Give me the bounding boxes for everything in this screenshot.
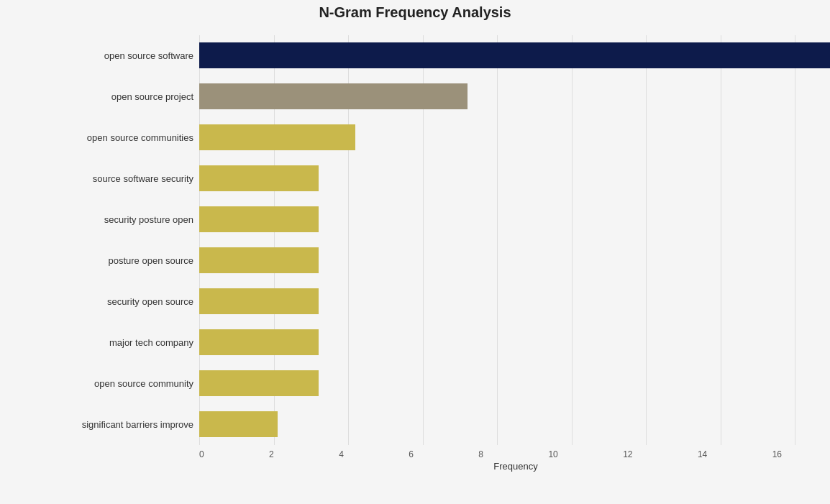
bar-label: significant barriers improve [52, 419, 199, 430]
bar [199, 288, 319, 314]
x-axis-label: Frequency [199, 461, 830, 472]
x-tick-label: 8 [478, 449, 483, 459]
bar [199, 83, 468, 109]
chart-area: open source softwareopen source projecto… [48, 35, 782, 472]
chart-title: N-Gram Frequency Analysis [48, 4, 782, 21]
bar [199, 411, 278, 437]
bar-row: open source community [199, 363, 830, 404]
bar-label: security open source [52, 296, 199, 307]
bar [199, 124, 355, 150]
bar-row: significant barriers improve [199, 404, 830, 445]
x-ticks: 0246810121416 [199, 449, 782, 459]
bar-label: major tech company [52, 337, 199, 348]
bar [199, 370, 319, 396]
bar-row: security open source [199, 281, 830, 322]
bars-column: open source softwareopen source projecto… [199, 35, 830, 445]
bar [199, 329, 319, 355]
x-tick-label: 2 [269, 449, 274, 459]
bar-row: open source software [199, 35, 830, 76]
bar-label: security posture open [52, 214, 199, 225]
bar-label: open source community [52, 378, 199, 389]
bar-row: source software security [199, 158, 830, 199]
bar-label: posture open source [52, 255, 199, 266]
x-tick-label: 16 [772, 449, 782, 459]
bar-row: open source communities [199, 117, 830, 158]
bar-row: major tech company [199, 322, 830, 363]
bar-label: open source software [52, 50, 199, 61]
x-tick-label: 12 [623, 449, 632, 459]
rows-wrapper: open source softwareopen source projecto… [199, 35, 830, 445]
bar-row: posture open source [199, 240, 830, 281]
x-tick-label: 4 [339, 449, 344, 459]
chart-container: N-Gram Frequency Analysis open source so… [19, 0, 811, 504]
x-tick-label: 14 [698, 449, 707, 459]
x-tick-label: 6 [409, 449, 414, 459]
bar-row: open source project [199, 76, 830, 117]
x-axis: 0246810121416 [199, 445, 782, 459]
bar-label: source software security [52, 173, 199, 184]
bar [199, 206, 319, 232]
bar-row: security posture open [199, 199, 830, 240]
bar [199, 247, 319, 273]
x-tick-label: 10 [548, 449, 557, 459]
bar [199, 165, 319, 191]
bar-label: open source communities [52, 132, 199, 143]
x-tick-label: 0 [199, 449, 204, 459]
bar [199, 42, 830, 68]
bar-label: open source project [52, 91, 199, 102]
